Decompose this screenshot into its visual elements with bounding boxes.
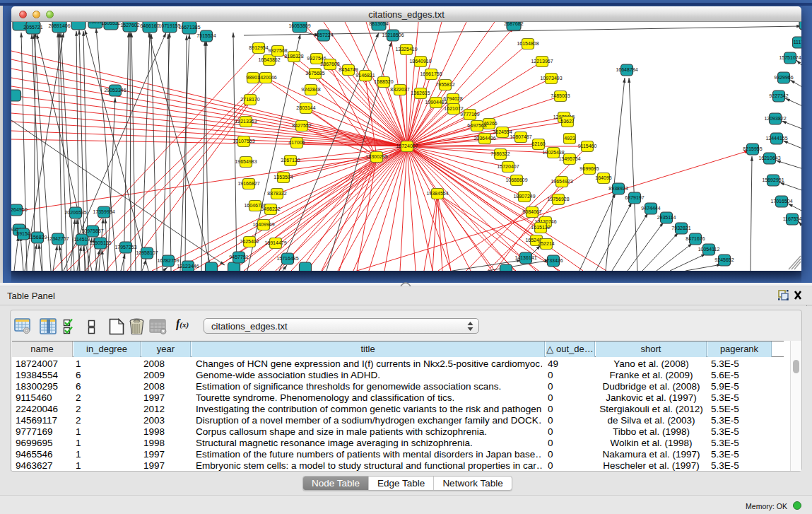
svg-text:1615132: 1615132 bbox=[531, 225, 550, 230]
svg-text:16154808: 16154808 bbox=[517, 41, 539, 46]
svg-text:19166827: 19166827 bbox=[237, 181, 259, 186]
svg-text:164095: 164095 bbox=[595, 175, 611, 180]
svg-text:9245652: 9245652 bbox=[714, 257, 734, 262]
svg-text:18807249: 18807249 bbox=[513, 194, 535, 199]
svg-text:1156829: 1156829 bbox=[28, 235, 47, 240]
svg-text:8878332: 8878332 bbox=[267, 191, 286, 196]
svg-text:10973493: 10973493 bbox=[540, 76, 562, 81]
svg-text:20364436: 20364436 bbox=[473, 136, 495, 141]
svg-text:6497568: 6497568 bbox=[467, 123, 486, 128]
svg-text:9084067: 9084067 bbox=[522, 209, 541, 214]
svg-text:17359934: 17359934 bbox=[93, 209, 114, 214]
svg-text:16651: 16651 bbox=[88, 22, 102, 24]
svg-text:16914479: 16914479 bbox=[264, 240, 286, 245]
svg-text:9327546: 9327546 bbox=[307, 56, 326, 61]
svg-text:2867608: 2867608 bbox=[320, 62, 339, 66]
svg-text:9699695: 9699695 bbox=[579, 166, 599, 171]
svg-text:17957253: 17957253 bbox=[114, 245, 136, 250]
svg-text:1167534: 1167534 bbox=[783, 216, 801, 221]
svg-text:10807487: 10807487 bbox=[510, 134, 531, 139]
svg-text:3675685: 3675685 bbox=[305, 71, 324, 76]
svg-text:2687682: 2687682 bbox=[504, 22, 523, 26]
svg-text:3498222: 3498222 bbox=[261, 206, 280, 211]
svg-text:10025438: 10025438 bbox=[542, 150, 564, 155]
svg-text:9242848: 9242848 bbox=[301, 87, 320, 92]
svg-text:10054112: 10054112 bbox=[698, 247, 720, 252]
svg-text:8912954: 8912954 bbox=[249, 45, 268, 50]
svg-text:19218506: 19218506 bbox=[382, 33, 404, 37]
svg-text:62160: 62160 bbox=[531, 141, 546, 146]
svg-text:14136141: 14136141 bbox=[514, 255, 536, 260]
svg-text:8427552: 8427552 bbox=[292, 123, 311, 128]
svg-text:9115460: 9115460 bbox=[578, 144, 597, 148]
svg-text:1117: 1117 bbox=[794, 40, 801, 45]
svg-text:6794028: 6794028 bbox=[443, 96, 462, 101]
svg-text:417006: 417006 bbox=[288, 140, 305, 145]
svg-text:6879197: 6879197 bbox=[625, 195, 644, 200]
svg-text:19654983: 19654983 bbox=[235, 159, 257, 164]
svg-text:3267130: 3267130 bbox=[281, 158, 300, 163]
svg-text:15720407: 15720407 bbox=[497, 164, 519, 169]
svg-text:6466160: 6466160 bbox=[140, 23, 159, 28]
svg-text:1733426: 1733426 bbox=[543, 258, 563, 263]
svg-text:16053809: 16053809 bbox=[288, 23, 310, 28]
svg-text:3624554: 3624554 bbox=[493, 129, 512, 134]
svg-text:8938923: 8938923 bbox=[608, 186, 628, 191]
svg-text:17016504: 17016504 bbox=[770, 199, 792, 204]
svg-text:7955812: 7955812 bbox=[435, 82, 454, 87]
svg-text:15692951: 15692951 bbox=[762, 177, 784, 182]
svg-text:2803144: 2803144 bbox=[296, 105, 315, 110]
svg-text:8215955: 8215955 bbox=[743, 146, 762, 151]
svg-text:16961758: 16961758 bbox=[420, 71, 442, 76]
svg-text:18724007: 18724007 bbox=[396, 144, 418, 148]
svg-text:1605532: 1605532 bbox=[101, 22, 120, 25]
svg-text:26264950: 26264950 bbox=[11, 207, 28, 212]
svg-text:16648784: 16648784 bbox=[616, 67, 637, 72]
svg-text:4923: 4923 bbox=[564, 136, 575, 141]
svg-text:2055721: 2055721 bbox=[23, 25, 42, 30]
svg-text:53627: 53627 bbox=[560, 119, 575, 124]
svg-text:1527602: 1527602 bbox=[120, 23, 139, 28]
svg-text:7932821: 7932821 bbox=[671, 226, 690, 230]
svg-text:7357224: 7357224 bbox=[314, 33, 333, 37]
svg-text:8322037: 8322037 bbox=[390, 87, 409, 92]
svg-text:12213363: 12213363 bbox=[235, 119, 257, 124]
svg-text:18640910: 18640910 bbox=[409, 59, 431, 64]
svg-text:13325419: 13325419 bbox=[395, 47, 417, 52]
svg-text:12505135: 12505135 bbox=[89, 240, 111, 245]
svg-text:8454749: 8454749 bbox=[339, 67, 358, 72]
svg-text:10107553: 10107553 bbox=[233, 139, 254, 144]
svg-text:8813054: 8813054 bbox=[369, 22, 388, 26]
svg-text:9227342: 9227342 bbox=[769, 93, 788, 98]
svg-text:13495754: 13495754 bbox=[558, 156, 580, 161]
svg-text:12444155: 12444155 bbox=[765, 136, 787, 141]
svg-text:16543862: 16543862 bbox=[258, 57, 280, 62]
svg-text:15751074: 15751074 bbox=[779, 55, 801, 60]
svg-text:8471676: 8471676 bbox=[686, 236, 705, 241]
svg-text:7485003: 7485003 bbox=[551, 93, 570, 98]
svg-text:16409949: 16409949 bbox=[252, 222, 274, 227]
svg-text:16210643: 16210643 bbox=[758, 156, 780, 160]
svg-text:12093822: 12093822 bbox=[764, 116, 786, 121]
svg-text:16782759: 16782759 bbox=[157, 258, 179, 263]
svg-text:12123446: 12123446 bbox=[177, 264, 199, 269]
svg-text:9329966: 9329966 bbox=[774, 75, 793, 80]
svg-text:1588520: 1588520 bbox=[374, 79, 393, 84]
svg-text:9327508: 9327508 bbox=[268, 48, 287, 53]
svg-text:10688609: 10688609 bbox=[505, 177, 527, 182]
svg-text:8186328: 8186328 bbox=[284, 54, 303, 59]
svg-text:7986322: 7986322 bbox=[490, 151, 510, 156]
svg-text:1621072: 1621072 bbox=[444, 106, 463, 111]
svg-text:98901: 98901 bbox=[246, 75, 260, 80]
svg-text:10958107: 10958107 bbox=[136, 250, 158, 255]
svg-text:19654923: 19654923 bbox=[551, 179, 572, 184]
svg-text:12213967: 12213967 bbox=[531, 59, 553, 64]
svg-text:19384554: 19384554 bbox=[426, 191, 448, 196]
svg-text:20891406: 20891406 bbox=[48, 23, 70, 28]
svg-text:1362615: 1362615 bbox=[411, 90, 430, 95]
svg-text:2935114: 2935114 bbox=[657, 215, 676, 220]
svg-text:252214: 252214 bbox=[538, 241, 554, 246]
svg-text:10719155: 10719155 bbox=[158, 23, 180, 28]
svg-text:114519: 114519 bbox=[74, 237, 90, 242]
svg-text:30975887: 30975887 bbox=[81, 228, 103, 233]
